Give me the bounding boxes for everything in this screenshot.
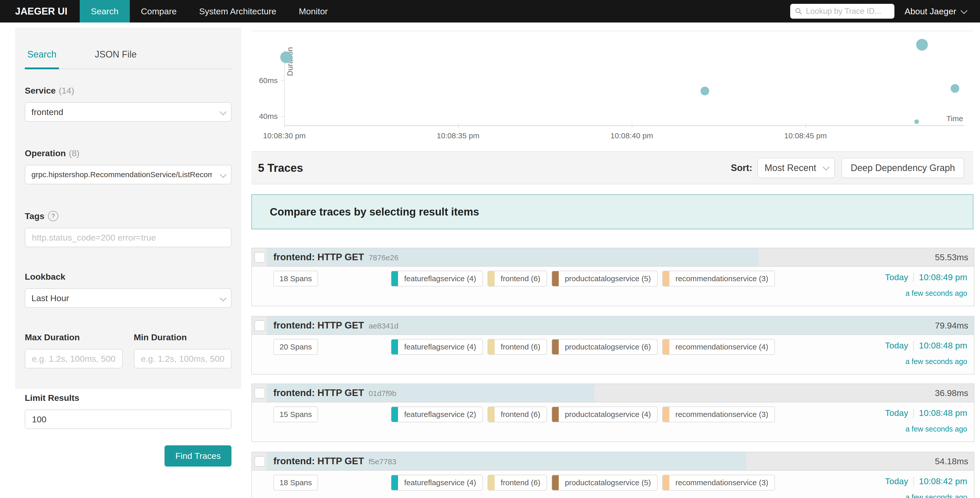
x-axis-tick — [805, 123, 806, 128]
scatter-point[interactable] — [951, 84, 959, 93]
sort-select[interactable]: Most Recent — [757, 158, 835, 178]
trace-card[interactable]: frontend: HTTP GET 7876e26 55.53ms 18 Sp… — [251, 248, 974, 306]
tags-label: Tags ? — [25, 211, 231, 221]
trace-timestamp: Today10:08:48 pm — [885, 340, 967, 351]
min-duration-input[interactable] — [140, 354, 225, 364]
span-count-chip[interactable]: 18 Spans — [274, 271, 318, 287]
chevron-down-icon — [822, 164, 829, 171]
scatter-point[interactable] — [916, 39, 928, 51]
service-tag[interactable]: frontend (6) — [487, 339, 547, 355]
service-tag[interactable]: featureflagservice (2) — [391, 407, 483, 422]
trace-select-checkbox[interactable] — [255, 456, 265, 467]
trace-lookup-input[interactable] — [805, 6, 890, 16]
y-axis-tick — [281, 117, 284, 117]
tab-search[interactable]: Search — [25, 49, 59, 69]
nav-tab-system-architecture[interactable]: System Architecture — [188, 0, 287, 22]
service-tag[interactable]: recommendationservice (3) — [662, 407, 775, 422]
service-tag[interactable]: productcatalogservice (5) — [552, 271, 658, 287]
x-axis-tick — [284, 123, 285, 128]
service-color-swatch — [488, 407, 495, 422]
trace-relative-time: a few seconds ago — [905, 493, 967, 498]
trace-duration: 36.98ms — [935, 384, 968, 402]
service-tag[interactable]: productcatalogservice (5) — [552, 475, 658, 491]
lookback-select[interactable]: Last Hour — [25, 288, 231, 308]
max-duration-field — [25, 349, 123, 369]
service-tag[interactable]: frontend (6) — [487, 271, 547, 287]
tags-field — [25, 228, 231, 247]
trace-select-checkbox[interactable] — [255, 320, 265, 331]
service-tag[interactable]: featureflagservice (4) — [391, 339, 483, 355]
min-duration-label: Min Duration — [134, 332, 232, 342]
service-color-swatch — [488, 271, 495, 286]
x-axis-tick — [458, 123, 458, 128]
deep-dependency-graph-button[interactable]: Deep Dependency Graph — [842, 158, 964, 178]
trace-duration: 54.18ms — [935, 452, 968, 470]
trace-body: 15 Spans featureflagservice (2) frontend… — [267, 402, 974, 442]
trace-card[interactable]: frontend: HTTP GET 01d7f9b 36.98ms 15 Sp… — [251, 383, 974, 442]
scatter-point[interactable] — [700, 87, 709, 95]
trace-duration: 79.94ms — [935, 316, 968, 334]
trace-card[interactable]: frontend: HTTP GET f5e7783 54.18ms 18 Sp… — [251, 452, 974, 498]
service-tag[interactable]: featureflagservice (4) — [391, 271, 483, 287]
service-color-swatch — [488, 475, 495, 490]
nav-tab-search[interactable]: Search — [80, 0, 130, 22]
checkbox-strip — [252, 452, 267, 471]
trace-header[interactable]: frontend: HTTP GET f5e7783 54.18ms — [267, 452, 974, 471]
trace-timestamp: Today10:08:42 pm — [885, 476, 967, 486]
trace-body: 18 Spans featureflagservice (4) frontend… — [267, 267, 974, 306]
operation-select[interactable]: grpc.hipstershop.RecommendationService/L… — [25, 165, 231, 184]
about-jaeger-label: About Jaeger — [905, 6, 956, 16]
about-jaeger-menu[interactable]: About Jaeger — [905, 6, 966, 16]
trace-header[interactable]: frontend: HTTP GET 7876e26 55.53ms — [267, 248, 974, 267]
duration-scatter-chart[interactable]: Duration Time 10:08:30 pm10:08:35 pm10:0… — [251, 31, 974, 152]
limit-results-input[interactable] — [32, 414, 225, 425]
trace-select-checkbox[interactable] — [255, 252, 265, 263]
max-duration-input[interactable] — [32, 354, 116, 364]
trace-body: 18 Spans featureflagservice (4) frontend… — [267, 471, 974, 498]
trace-title: frontend: HTTP GET f5e7783 — [274, 452, 396, 470]
service-select[interactable]: frontend — [25, 102, 231, 122]
service-tag-row: featureflagservice (4) frontend (6) prod… — [391, 271, 775, 287]
service-tag[interactable]: recommendationservice (3) — [662, 271, 775, 287]
trace-title: frontend: HTTP GET 01d7f9b — [274, 384, 396, 402]
service-tag[interactable]: productcatalogservice (6) — [552, 339, 658, 355]
service-tag[interactable]: recommendationservice (3) — [662, 475, 775, 491]
service-tag[interactable]: frontend (6) — [487, 475, 547, 491]
span-count-chip[interactable]: 18 Spans — [274, 475, 318, 491]
scatter-point[interactable] — [914, 120, 919, 124]
compare-banner-text: Compare traces by selecting result items — [270, 206, 479, 218]
limit-results-label: Limit Results — [25, 393, 231, 403]
service-value: frontend — [32, 107, 212, 117]
chevron-down-icon — [220, 109, 227, 115]
trace-header[interactable]: frontend: HTTP GET 01d7f9b 36.98ms — [267, 384, 974, 402]
trace-id: f5e7783 — [369, 456, 396, 466]
search-sidebar: Search JSON File Service (14) frontend O… — [15, 28, 241, 389]
find-traces-button[interactable]: Find Traces — [164, 445, 231, 466]
trace-title: frontend: HTTP GET ae8341d — [274, 316, 399, 334]
operation-count: (8) — [69, 148, 80, 158]
trace-card[interactable]: frontend: HTTP GET ae8341d 79.94ms 20 Sp… — [251, 316, 974, 375]
service-tag[interactable]: productcatalogservice (4) — [552, 407, 658, 422]
nav-tab-compare[interactable]: Compare — [130, 0, 188, 22]
tags-input[interactable] — [32, 232, 225, 243]
app-brand[interactable]: JAEGER UI — [0, 0, 80, 22]
scatter-point[interactable] — [280, 51, 292, 63]
help-icon[interactable]: ? — [48, 211, 58, 221]
service-tag[interactable]: frontend (6) — [487, 407, 547, 422]
service-tag[interactable]: featureflagservice (4) — [391, 475, 483, 491]
service-color-swatch — [391, 407, 398, 422]
trace-id: 01d7f9b — [369, 388, 396, 398]
trace-header[interactable]: frontend: HTTP GET ae8341d 79.94ms — [267, 316, 974, 335]
trace-body: 20 Spans featureflagservice (4) frontend… — [267, 335, 974, 374]
nav-tab-monitor[interactable]: Monitor — [288, 0, 339, 22]
sidebar-tabs: Search JSON File — [25, 49, 231, 69]
span-count-chip[interactable]: 15 Spans — [274, 407, 318, 422]
service-tag[interactable]: recommendationservice (4) — [662, 339, 775, 355]
trace-select-checkbox[interactable] — [255, 388, 265, 399]
trace-lookup-box[interactable] — [790, 4, 894, 19]
lookback-value: Last Hour — [32, 293, 212, 303]
tab-json-file[interactable]: JSON File — [92, 49, 139, 69]
operation-value: grpc.hipstershop.RecommendationService/L… — [32, 170, 212, 179]
chevron-down-icon — [220, 295, 227, 302]
span-count-chip[interactable]: 20 Spans — [274, 339, 318, 355]
